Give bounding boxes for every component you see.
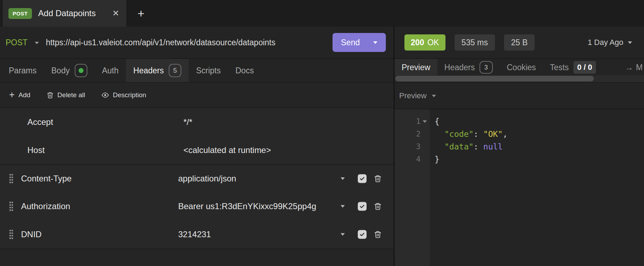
line-number: 4: [416, 155, 421, 164]
body-set-dot-icon: [79, 68, 83, 73]
code-line: "data": null: [435, 140, 644, 153]
header-value-input[interactable]: application/json: [178, 174, 236, 184]
tab-tests[interactable]: Tests 0 / 0: [543, 59, 603, 76]
header-row-content-type: Content-Type application/json: [0, 164, 394, 192]
headers-toolbar: + Add Delete all Description: [0, 83, 394, 108]
code-gutter: 1 2 3 4: [395, 109, 430, 266]
preview-mode-dropdown[interactable]: Preview: [395, 83, 644, 109]
close-tab-icon[interactable]: ✕: [112, 8, 119, 18]
delete-all-label: Delete all: [58, 91, 85, 99]
header-value-input[interactable]: 3214231: [178, 230, 211, 239]
gutter-line: 4: [395, 153, 430, 166]
header-name-input[interactable]: Authorization: [21, 201, 70, 211]
send-button-label: Send: [341, 38, 360, 47]
preview-mode-label: Preview: [399, 91, 427, 100]
drag-handle-icon[interactable]: [8, 229, 14, 240]
horizontal-scrollbar-track[interactable]: [395, 75, 644, 82]
drag-handle-icon[interactable]: [8, 201, 14, 212]
tab-cookies-label: Cookies: [507, 63, 536, 72]
json-null-value: null: [483, 142, 503, 151]
tab-params-label: Params: [9, 66, 36, 75]
response-tabs: Preview Headers 3 Cookies Tests 0 / 0 → …: [395, 59, 644, 83]
header-name-input[interactable]: DNID: [21, 230, 42, 239]
size-badge: 25 B: [504, 34, 535, 51]
fold-caret-slot[interactable]: [421, 120, 429, 123]
tab-docs[interactable]: Docs: [228, 59, 261, 82]
tab-auth[interactable]: Auth: [95, 59, 126, 82]
request-tab-add-datapoints[interactable]: POST Add Datapoints ✕: [3, 0, 126, 27]
description-label: Description: [113, 91, 146, 99]
method-select-label[interactable]: POST: [6, 38, 28, 47]
preview-mode-caret-icon: [432, 95, 436, 97]
add-header-button[interactable]: + Add: [9, 91, 31, 100]
gutter-line: 3: [395, 140, 430, 153]
delete-header-icon[interactable]: [374, 230, 382, 239]
header-enabled-checkbox[interactable]: [358, 202, 367, 211]
header-enabled-checkbox[interactable]: [358, 174, 367, 183]
plus-icon: +: [9, 90, 15, 100]
url-input[interactable]: https://api-us1.valeiot.com/api/v1/netwo…: [46, 38, 333, 47]
header-enabled-checkbox[interactable]: [358, 230, 367, 239]
horizontal-scrollbar-thumb[interactable]: [395, 76, 594, 81]
eye-icon: [101, 91, 109, 99]
json-comma: ,: [503, 129, 508, 139]
url-bar: POST https://api-us1.valeiot.com/api/v1/…: [0, 27, 394, 59]
delete-header-icon[interactable]: [374, 202, 382, 211]
tab-title: Add Datapoints: [38, 8, 112, 18]
row-options-caret-icon[interactable]: [341, 205, 345, 208]
tab-more-clipped[interactable]: → M: [625, 59, 644, 76]
tab-body[interactable]: Body: [44, 59, 94, 82]
row-options-caret-icon[interactable]: [341, 233, 345, 236]
tab-cookies[interactable]: Cookies: [500, 59, 543, 76]
line-number: 2: [416, 130, 421, 138]
tab-scripts[interactable]: Scripts: [189, 59, 228, 82]
tab-headers-label: Headers: [133, 66, 164, 75]
header-row-dnid: DNID 3214231: [0, 220, 394, 248]
method-caret-icon[interactable]: [35, 42, 39, 44]
tab-headers[interactable]: Headers 5: [126, 59, 189, 82]
toggle-description-button[interactable]: Description: [101, 91, 146, 99]
delete-header-icon[interactable]: [374, 174, 382, 183]
tab-params[interactable]: Params: [1, 59, 44, 82]
row-options-caret-icon[interactable]: [341, 178, 345, 180]
body-indicator-pill: [75, 64, 87, 77]
header-row-accept: Accept */*: [0, 108, 394, 136]
tab-more-label: M: [636, 63, 643, 72]
line-number: 1: [416, 117, 421, 126]
tab-scripts-label: Scripts: [196, 66, 221, 75]
json-code[interactable]: { "code": "OK", "data": null }: [430, 109, 644, 266]
response-history-dropdown[interactable]: 1 Day Ago: [588, 38, 632, 47]
header-value-input[interactable]: Bearer us1:R3dEnYKixxc99K25pp4g: [178, 201, 316, 211]
header-value: <calculated at runtime>: [183, 145, 271, 155]
drag-handle-icon[interactable]: [8, 173, 14, 184]
header-name: Host: [27, 145, 45, 155]
send-options-caret-icon[interactable]: [373, 41, 377, 44]
new-tab-button[interactable]: +: [131, 0, 151, 27]
tab-body-label: Body: [51, 66, 69, 75]
response-headers-count-pill: 3: [479, 61, 493, 74]
fold-caret-icon[interactable]: [423, 120, 427, 123]
header-name-input[interactable]: Content-Type: [21, 174, 72, 184]
duration-badge: 535 ms: [455, 34, 495, 51]
method-badge: POST: [8, 8, 32, 19]
tab-tests-label: Tests: [550, 63, 569, 72]
tab-response-headers[interactable]: Headers 3: [437, 59, 500, 76]
response-body-viewer[interactable]: 1 2 3 4 { "code": "OK", ": [395, 109, 644, 266]
tab-preview[interactable]: Preview: [395, 59, 437, 76]
arrow-right-icon: →: [625, 63, 633, 72]
line-number: 3: [416, 142, 421, 151]
tab-auth-label: Auth: [102, 66, 119, 75]
code-line: "code": "OK",: [435, 128, 644, 140]
json-separator: :: [474, 129, 483, 139]
gutter-line: 1: [395, 115, 430, 128]
response-tabs-row: Preview Headers 3 Cookies Tests 0 / 0 → …: [395, 59, 644, 76]
tests-count-badge: 0 / 0: [573, 61, 596, 74]
tab-docs-label: Docs: [235, 66, 254, 75]
send-button[interactable]: Send: [333, 33, 386, 52]
header-name: Accept: [27, 117, 53, 127]
code-line: {: [435, 115, 644, 128]
response-panel: 200 OK 535 ms 25 B 1 Day Ago Preview Hea…: [395, 27, 644, 266]
delete-all-button[interactable]: Delete all: [47, 91, 85, 99]
add-header-label: Add: [19, 91, 31, 99]
tab-preview-label: Preview: [402, 63, 430, 72]
